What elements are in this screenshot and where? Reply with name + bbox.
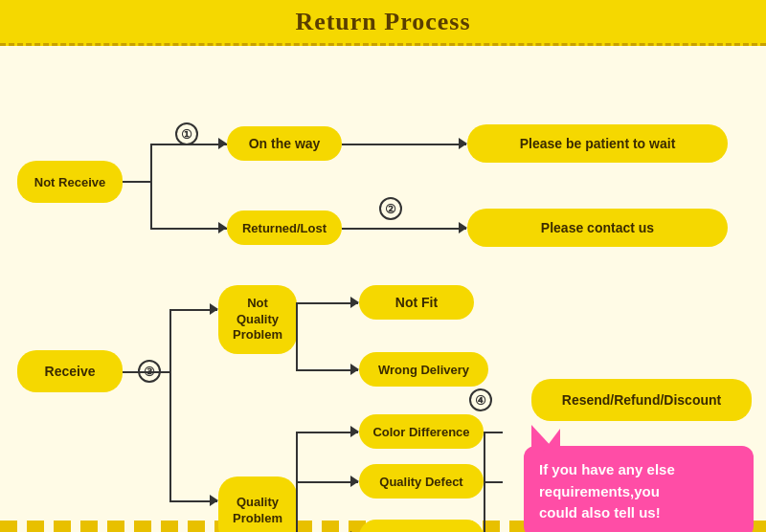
- line-qp-qualitydefect: [296, 481, 358, 483]
- line-receive-branch: [123, 371, 170, 373]
- arrow-notfit: [350, 297, 359, 308]
- receive-box: Receive: [17, 350, 123, 392]
- line-qualitydefect-right: [484, 481, 503, 483]
- color-difference-box: Color Difference: [359, 414, 484, 449]
- circle-4: ④: [469, 388, 492, 411]
- not-quality-problem-box: Not Quality Problem: [218, 285, 297, 354]
- arrow-to-qp: [210, 495, 218, 506]
- returned-lost-box: Returned/Lost: [227, 211, 342, 245]
- on-the-way-box: On the way: [227, 126, 342, 161]
- not-receive-box: Not Receive: [17, 161, 123, 203]
- quality-defect-box: Quality Defect: [359, 464, 484, 499]
- line-nqp-vertical: [296, 302, 298, 369]
- arrow-to-nqp: [210, 303, 218, 315]
- line-qp-colordiff: [296, 432, 358, 433]
- line-nr-vertical: [150, 144, 152, 228]
- speech-bubble: If you have any else requirements,you co…: [524, 446, 754, 532]
- quality-problem-box: Quality Problem: [218, 477, 297, 532]
- line-returned-contact: [342, 228, 466, 230]
- line-nqp-notfit: [296, 302, 358, 304]
- wrong-delivery-box: Wrong Delivery: [359, 352, 488, 387]
- content-area: Not Receive ① On the way Please be patie…: [0, 46, 766, 521]
- line-nqp-wrongdelivery: [296, 369, 358, 371]
- line-colordiff-right: [484, 432, 503, 433]
- arrow-qualitydefect: [350, 476, 359, 487]
- line-nr-branch: [123, 181, 151, 183]
- contact-us-box: Please contact us: [467, 209, 728, 247]
- arrow-patient: [459, 138, 467, 149]
- circle-1: ①: [175, 122, 198, 145]
- resend-refund-box: Resend/Refund/Discount: [531, 379, 752, 421]
- circle-2: ②: [379, 197, 402, 220]
- arrow-colordiff: [350, 426, 359, 437]
- speech-bubble-pointer: [531, 425, 554, 450]
- damage-box: Damage: [359, 520, 484, 532]
- arrow-wrongdelivery: [350, 364, 359, 375]
- page-title: Return Process: [295, 8, 470, 36]
- line-receive-vertical: [169, 309, 171, 500]
- title-bar: Return Process: [0, 0, 766, 46]
- arrow-to-onway: [218, 138, 227, 149]
- line-to-returned: [150, 228, 227, 230]
- not-fit-box: Not Fit: [359, 285, 474, 320]
- arrow-to-returned: [218, 222, 227, 233]
- arrow-contact: [459, 222, 467, 233]
- line-onway-patient: [342, 144, 466, 145]
- patient-wait-box: Please be patient to wait: [467, 124, 728, 163]
